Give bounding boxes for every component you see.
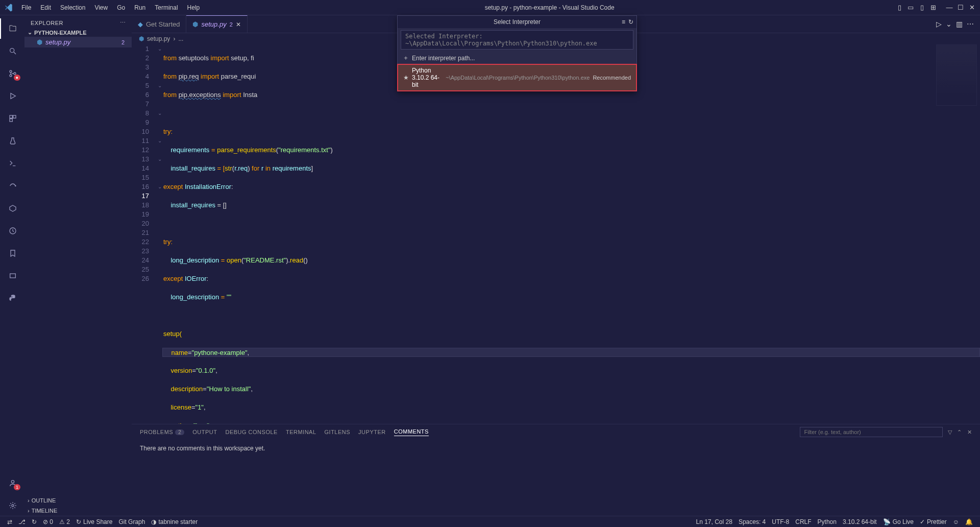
more-icon[interactable]: ⋯ [120, 19, 126, 26]
status-feedback[interactable]: ☺ [950, 518, 962, 525]
minimap[interactable] [936, 44, 977, 106]
tab-label: Get Started [146, 20, 180, 28]
comments-filter-input[interactable] [800, 427, 943, 437]
activity-extensions[interactable] [0, 108, 24, 129]
menu-help[interactable]: Help [183, 2, 204, 13]
menu-bar: File Edit Selection View Go Run Terminal… [17, 2, 204, 13]
activity-clock[interactable] [0, 221, 24, 241]
status-gitgraph[interactable]: Git Graph [115, 518, 148, 525]
activity-settings[interactable] [0, 495, 24, 516]
activity-project[interactable] [0, 198, 24, 219]
panel-tab-terminal[interactable]: TERMINAL [286, 429, 316, 435]
status-spaces[interactable]: Spaces: 4 [736, 518, 769, 525]
svg-point-2 [10, 70, 12, 73]
layout-sidebar-right-icon[interactable]: ▯ [918, 4, 926, 12]
svg-point-0 [10, 49, 14, 53]
layout-sidebar-left-icon[interactable]: ▯ [895, 4, 903, 12]
activity-explorer[interactable] [0, 18, 24, 39]
close-icon[interactable]: ✕ [968, 4, 976, 12]
status-tabnine[interactable]: ◑ tabnine starter [148, 518, 201, 525]
svg-rect-6 [13, 115, 16, 118]
status-bell[interactable]: 🔔 [962, 518, 976, 525]
status-cursor[interactable]: Ln 17, Col 28 [693, 518, 736, 525]
run-dropdown-icon[interactable]: ⌄ [946, 20, 952, 28]
enter-interpreter-path[interactable]: ＋ Enter interpreter path... [398, 52, 636, 64]
status-errors[interactable]: ⊘ 0 [40, 518, 56, 525]
layout-customize-icon[interactable]: ⊞ [929, 4, 937, 12]
outline-section[interactable]: ›OUTLINE [24, 495, 132, 506]
status-liveshare[interactable]: ↻ Live Share [73, 518, 115, 525]
status-language[interactable]: Python [815, 518, 840, 525]
maximize-panel-icon[interactable]: ⌃ [957, 429, 962, 436]
activity-run-debug[interactable] [0, 86, 24, 106]
line-numbers: 12345 678910 1112131415 1617181920 21222… [132, 44, 156, 424]
breadcrumb-more[interactable]: ... [178, 35, 183, 42]
run-icon[interactable]: ▷ [936, 20, 942, 28]
panel-tab-output[interactable]: OUTPUT [192, 429, 217, 435]
panel-tab-gitlens[interactable]: GITLENS [325, 429, 351, 435]
minimize-icon[interactable]: — [945, 4, 953, 12]
status-encoding[interactable]: UTF-8 [769, 518, 792, 525]
menu-edit[interactable]: Edit [36, 2, 55, 13]
scm-badge: ● [14, 75, 20, 81]
interpreter-search-input[interactable]: Selected Interpreter: ~\AppData\Local\Pr… [401, 30, 633, 50]
comments-empty: There are no comments in this workspace … [132, 440, 980, 516]
python-file-icon: ⬢ [139, 35, 144, 42]
python-file-icon: ⬢ [37, 38, 42, 46]
bottom-panel: PROBLEMS2 OUTPUT DEBUG CONSOLE TERMINAL … [132, 424, 980, 516]
star-icon: ★ [403, 74, 409, 81]
breadcrumb-file[interactable]: setup.py [147, 35, 170, 42]
activity-remote[interactable] [0, 153, 24, 174]
svg-line-1 [14, 52, 16, 54]
code-content[interactable]: from setuptools import setup, fi from pi… [163, 44, 980, 424]
activity-env[interactable] [0, 266, 24, 286]
activity-testing[interactable] [0, 131, 24, 151]
panel-tab-comments[interactable]: COMMENTS [394, 428, 429, 436]
menu-go[interactable]: Go [113, 2, 129, 13]
chevron-down-icon: ⌄ [28, 29, 32, 36]
settings-icon[interactable]: ≡ [622, 18, 625, 26]
status-branch[interactable]: ⎇ [15, 518, 29, 525]
status-warnings[interactable]: ⚠ 2 [56, 518, 73, 525]
split-editor-icon[interactable]: ▥ [956, 20, 963, 28]
activity-python[interactable] [0, 288, 24, 308]
project-section[interactable]: ⌄ PYTHON-EXAMPLE [24, 28, 132, 37]
panel-tab-problems[interactable]: PROBLEMS2 [140, 429, 184, 435]
activity-share[interactable] [0, 176, 24, 196]
refresh-icon[interactable]: ↻ [628, 18, 633, 26]
tab-setup-py[interactable]: ⬢ setup.py 2 ✕ [186, 15, 247, 33]
panel-tab-jupyter[interactable]: JUPYTER [358, 429, 386, 435]
menu-selection[interactable]: Selection [56, 2, 89, 13]
tab-get-started[interactable]: ◆ Get Started [132, 15, 186, 33]
file-label: setup.py [45, 38, 70, 46]
interpreter-option-python310[interactable]: ★ Python 3.10.2 64-bit ~\AppData\Local\P… [397, 64, 637, 91]
status-interpreter[interactable]: 3.10.2 64-bit [840, 518, 880, 525]
file-modified-badge: 2 [121, 39, 128, 45]
activity-source-control[interactable]: ● [0, 63, 24, 84]
activity-search[interactable] [0, 41, 24, 61]
timeline-section[interactable]: ›TIMELINE [24, 506, 132, 516]
more-actions-icon[interactable]: ⋯ [967, 20, 974, 28]
close-panel-icon[interactable]: ✕ [967, 429, 972, 436]
editor-group: ◆ Get Started ⬢ setup.py 2 ✕ ▷ ⌄ ▥ ⋯ ⬢ s… [132, 15, 980, 516]
status-eol[interactable]: CRLF [792, 518, 814, 525]
layout-panel-icon[interactable]: ▭ [906, 4, 915, 12]
get-started-icon: ◆ [138, 20, 143, 28]
status-remote[interactable]: ⇄ [4, 518, 15, 525]
file-setup-py[interactable]: ⬢ setup.py 2 [24, 37, 132, 47]
status-golive[interactable]: 📡 Go Live [880, 518, 917, 525]
menu-terminal[interactable]: Terminal [151, 2, 182, 13]
activity-bookmark[interactable] [0, 243, 24, 264]
activity-accounts[interactable]: 1 [0, 473, 24, 493]
svg-rect-5 [10, 115, 12, 118]
close-tab-icon[interactable]: ✕ [236, 21, 241, 28]
menu-file[interactable]: File [17, 2, 35, 13]
maximize-icon[interactable]: ☐ [957, 4, 965, 12]
menu-run[interactable]: Run [130, 2, 150, 13]
menu-view[interactable]: View [90, 2, 112, 13]
panel-tab-debug[interactable]: DEBUG CONSOLE [225, 429, 277, 435]
code-editor[interactable]: 12345 678910 1112131415 1617181920 21222… [132, 44, 980, 424]
filter-icon[interactable]: ▽ [948, 429, 952, 436]
status-sync[interactable]: ↻ [29, 518, 40, 525]
status-prettier[interactable]: ✓ Prettier [917, 518, 950, 525]
